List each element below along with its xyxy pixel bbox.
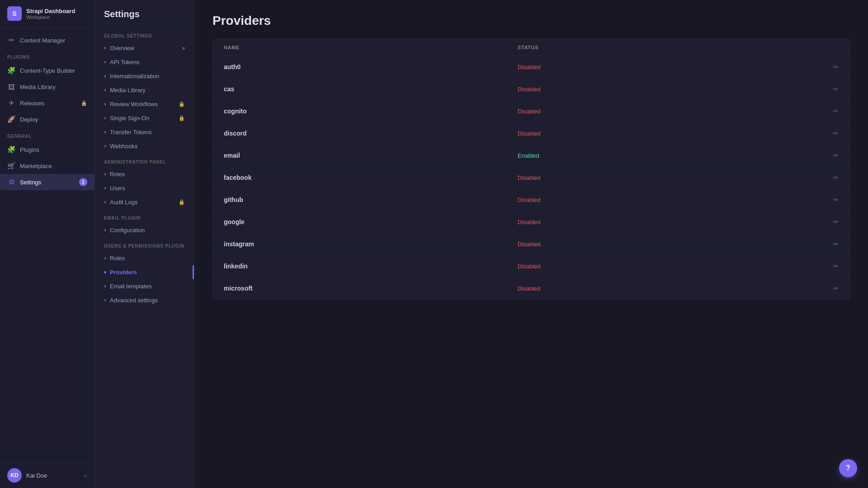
status-badge: Disabled — [518, 64, 811, 70]
provider-name: microsoft — [224, 285, 518, 292]
settings-item-label: Overview — [110, 45, 134, 52]
sidebar-item-content-type-builder[interactable]: 🧩 Content-Type Builder — [0, 62, 94, 79]
user-name: Kai Doe — [26, 472, 79, 479]
provider-name: cognito — [224, 108, 518, 115]
settings-section-admin: ADMINISTRATION PANEL — [95, 157, 194, 167]
edit-button[interactable]: ✏ — [811, 130, 839, 137]
edit-button[interactable]: ✏ — [811, 174, 839, 181]
settings-item-label: Webhooks — [110, 143, 137, 150]
edit-button[interactable]: ✏ — [811, 240, 839, 248]
sidebar-item-settings[interactable]: ⚙ Settings 1 — [0, 174, 94, 190]
settings-item-overview[interactable]: Overview — [95, 41, 194, 55]
settings-item-label: Review Workflows — [110, 101, 158, 108]
settings-item-advanced-settings[interactable]: Advanced settings — [95, 293, 194, 307]
table-row: auth0 Disabled ✏ — [213, 56, 849, 78]
table-row: email Enabled ✏ — [213, 145, 849, 167]
providers-table: NAME STATUS auth0 Disabled ✏ cas Disable… — [212, 39, 850, 300]
dot-indicator — [104, 299, 106, 301]
settings-item-users[interactable]: Users — [95, 181, 194, 195]
releases-icon: ✈ — [7, 99, 15, 107]
settings-item-media-library[interactable]: Media Library — [95, 83, 194, 97]
settings-item-label: Email templates — [110, 283, 151, 290]
plugins-icon: 🧩 — [7, 145, 15, 154]
lock-icon: 🔒 — [81, 100, 87, 106]
edit-button[interactable]: ✏ — [811, 63, 839, 70]
edit-button[interactable]: ✏ — [811, 285, 839, 292]
app-subtitle: Workplace — [26, 14, 87, 20]
sidebar-item-deploy[interactable]: 🚀 Deploy — [0, 111, 94, 127]
settings-badge: 1 — [79, 178, 87, 186]
settings-section-global: GLOBAL SETTINGS — [95, 31, 194, 41]
sidebar-collapse-button[interactable]: < — [84, 472, 87, 479]
lock-icon: 🔒 — [179, 199, 185, 205]
status-badge: Disabled — [518, 263, 811, 270]
dot-indicator — [104, 75, 106, 77]
edit-button[interactable]: ✏ — [811, 196, 839, 203]
sidebar-item-plugins[interactable]: 🧩 Plugins — [0, 141, 94, 158]
column-header-name: NAME — [224, 45, 518, 50]
dot-indicator — [104, 271, 106, 273]
status-badge: Disabled — [518, 174, 811, 181]
edit-icon: ✏ — [7, 36, 15, 44]
status-badge: Disabled — [518, 285, 811, 292]
sidebar-item-media-library[interactable]: 🖼 Media Library — [0, 79, 94, 95]
sidebar-item-label: Content Manager — [20, 37, 87, 44]
settings-item-audit-logs[interactable]: Audit Logs 🔒 — [95, 195, 194, 209]
table-row: facebook Disabled ✏ — [213, 167, 849, 189]
status-badge: Disabled — [518, 197, 811, 203]
edit-button[interactable]: ✏ — [811, 218, 839, 225]
dot-indicator — [104, 257, 106, 259]
sidebar-item-releases[interactable]: ✈ Releases 🔒 — [0, 95, 94, 111]
help-button[interactable]: ? — [839, 459, 857, 477]
edit-button[interactable]: ✏ — [811, 263, 839, 270]
sidebar-item-label: Marketplace — [20, 163, 87, 169]
settings-item-api-tokens[interactable]: API Tokens — [95, 55, 194, 69]
settings-item-label: API Tokens — [110, 59, 140, 66]
sidebar-item-marketplace[interactable]: 🛒 Marketplace — [0, 158, 94, 174]
settings-item-label: Transfer Tokens — [110, 129, 152, 136]
status-badge: Disabled — [518, 241, 811, 248]
avatar: KD — [7, 468, 22, 483]
settings-title: Settings — [95, 9, 194, 24]
page-title: Providers — [212, 14, 850, 28]
table-row: github Disabled ✏ — [213, 189, 849, 211]
status-badge: Disabled — [518, 86, 811, 93]
edit-button[interactable]: ✏ — [811, 108, 839, 115]
settings-item-label: Providers — [110, 269, 137, 276]
sidebar-item-content-manager[interactable]: ✏ Content Manager — [0, 32, 94, 48]
settings-item-transfer-tokens[interactable]: Transfer Tokens — [95, 125, 194, 139]
sidebar-item-label: Plugins — [20, 146, 87, 153]
sidebar-header: S Strapi Dashboard Workplace — [0, 0, 94, 28]
settings-item-label: Internationalization — [110, 73, 159, 80]
table-row: cas Disabled ✏ — [213, 78, 849, 100]
provider-name: linkedin — [224, 263, 518, 270]
image-icon: 🖼 — [7, 83, 15, 91]
settings-item-up-roles[interactable]: Roles — [95, 251, 194, 265]
sidebar-item-label: Content-Type Builder — [20, 67, 87, 74]
settings-item-webhooks[interactable]: Webhooks — [95, 139, 194, 153]
settings-item-label: Audit Logs — [110, 199, 137, 206]
settings-item-configuration[interactable]: Configuration — [95, 223, 194, 237]
settings-divider — [104, 24, 185, 24]
sidebar-nav: ✏ Content Manager PLUGINS 🧩 Content-Type… — [0, 28, 94, 462]
sidebar-section-general: GENERAL — [0, 127, 94, 141]
edit-button[interactable]: ✏ — [811, 85, 839, 93]
main-content: Providers NAME STATUS auth0 Disabled ✏ c… — [194, 0, 868, 488]
sidebar-brand: Strapi Dashboard Workplace — [26, 8, 87, 20]
settings-item-internationalization[interactable]: Internationalization — [95, 69, 194, 83]
dot-indicator — [104, 61, 106, 63]
dot-indicator — [104, 89, 106, 91]
settings-item-single-sign-on[interactable]: Single Sign-On 🔒 — [95, 111, 194, 125]
edit-button[interactable]: ✏ — [811, 152, 839, 159]
settings-panel: Settings GLOBAL SETTINGS Overview API To… — [95, 0, 194, 488]
settings-item-label: Media Library — [110, 87, 146, 94]
settings-item-roles[interactable]: Roles — [95, 167, 194, 181]
settings-item-label: Configuration — [110, 227, 145, 234]
table-row: discord Disabled ✏ — [213, 122, 849, 145]
settings-item-review-workflows[interactable]: Review Workflows 🔒 — [95, 97, 194, 111]
app-logo: S — [7, 6, 22, 21]
marketplace-icon: 🛒 — [7, 162, 15, 170]
dot-indicator — [104, 103, 106, 105]
settings-item-email-templates[interactable]: Email templates — [95, 279, 194, 293]
settings-item-providers[interactable]: Providers — [95, 265, 194, 279]
